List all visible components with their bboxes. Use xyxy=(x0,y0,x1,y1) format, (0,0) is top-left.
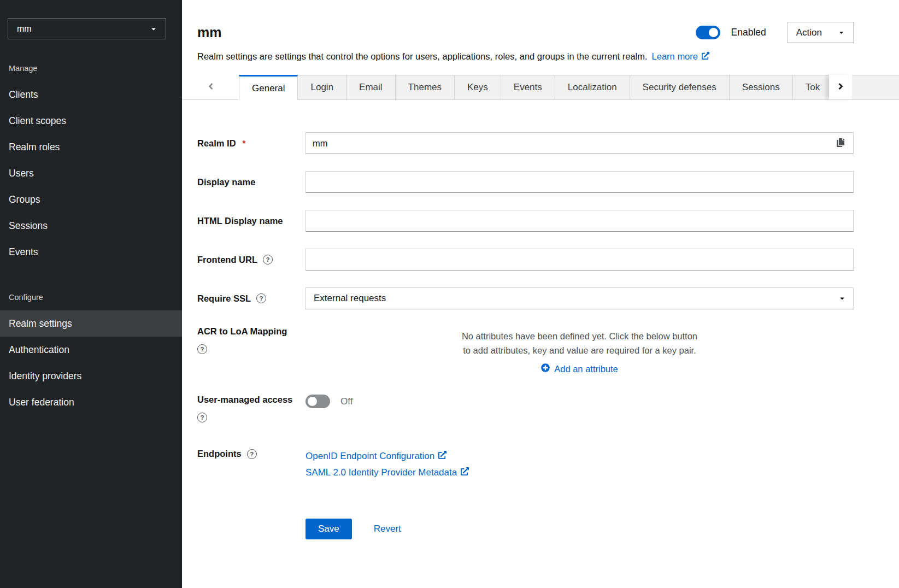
sidebar: mm Manage Clients Client scopes Realm ro… xyxy=(0,0,182,588)
user-managed-access-row: User-managed access ? Off xyxy=(197,395,854,422)
tab-general[interactable]: General xyxy=(239,75,298,100)
acr-loa-mapping-row: ACR to LoA Mapping ? No attributes have … xyxy=(197,326,854,375)
external-link-icon xyxy=(461,465,469,480)
help-icon[interactable]: ? xyxy=(197,413,207,422)
main-content: mm Enabled Action Realm settings are set… xyxy=(182,0,899,588)
sidebar-item-sessions[interactable]: Sessions xyxy=(0,213,182,239)
frontend-url-label: Frontend URL ? xyxy=(197,255,305,265)
sidebar-item-identity-providers[interactable]: Identity providers xyxy=(0,363,182,389)
sidebar-item-client-scopes[interactable]: Client scopes xyxy=(0,108,182,134)
save-button[interactable]: Save xyxy=(305,519,352,539)
sidebar-item-users[interactable]: Users xyxy=(0,160,182,186)
html-display-name-label: HTML Display name xyxy=(197,216,305,226)
html-display-name-input[interactable] xyxy=(305,210,854,232)
realm-selector-value: mm xyxy=(17,24,32,34)
action-dropdown[interactable]: Action xyxy=(787,22,854,43)
copy-icon xyxy=(836,138,845,149)
acr-empty-text: No attributes have been defined yet. Cli… xyxy=(462,330,698,357)
tab-login[interactable]: Login xyxy=(298,75,346,100)
display-name-input[interactable] xyxy=(305,171,854,193)
sidebar-item-realm-roles[interactable]: Realm roles xyxy=(0,134,182,160)
toggle-knob xyxy=(709,28,718,37)
general-settings-form: Realm ID* Display name HTML Display name xyxy=(197,132,854,539)
chevron-right-icon xyxy=(838,81,844,93)
page-title: mm xyxy=(197,25,696,40)
display-name-row: Display name xyxy=(197,171,854,193)
sidebar-item-realm-settings[interactable]: Realm settings xyxy=(0,310,182,337)
tab-sessions[interactable]: Sessions xyxy=(730,75,793,100)
enabled-label: Enabled xyxy=(731,27,766,38)
tabs-scroll-left-button[interactable] xyxy=(182,75,239,100)
require-ssl-select[interactable]: External requests xyxy=(305,287,854,309)
saml-identity-provider-metadata-label: SAML 2.0 Identity Provider Metadata xyxy=(305,465,457,480)
external-link-icon xyxy=(438,449,446,464)
chevron-left-icon xyxy=(208,81,214,93)
endpoints-label: Endpoints ? xyxy=(197,449,305,459)
display-name-label: Display name xyxy=(197,177,305,187)
tabs-scroll-right-button[interactable] xyxy=(829,75,852,100)
copy-button[interactable] xyxy=(828,133,853,154)
tabs: General Login Email Themes Keys Events L… xyxy=(239,75,899,100)
nav-section-manage: Manage xyxy=(0,39,182,81)
required-asterisk: * xyxy=(243,138,246,148)
add-attribute-label: Add an attribute xyxy=(554,364,618,374)
toggle-knob xyxy=(308,397,317,406)
require-ssl-value: External requests xyxy=(314,293,386,304)
help-icon[interactable]: ? xyxy=(256,293,266,303)
realm-selector[interactable]: mm xyxy=(8,18,166,39)
realm-id-label: Realm ID* xyxy=(197,138,305,149)
frontend-url-row: Frontend URL ? xyxy=(197,249,854,271)
openid-endpoint-configuration-label: OpenID Endpoint Configuration xyxy=(305,449,434,464)
chevron-down-icon xyxy=(839,295,845,302)
page-description: Realm settings are settings that control… xyxy=(197,51,648,61)
help-icon[interactable]: ? xyxy=(263,255,273,264)
action-dropdown-label: Action xyxy=(796,27,822,38)
help-icon[interactable]: ? xyxy=(197,344,207,354)
add-attribute-button[interactable]: Add an attribute xyxy=(305,363,854,375)
user-managed-access-state: Off xyxy=(340,396,352,407)
sidebar-item-events[interactable]: Events xyxy=(0,239,182,265)
html-display-name-row: HTML Display name xyxy=(197,210,854,232)
sidebar-item-user-federation[interactable]: User federation xyxy=(0,389,182,415)
help-icon[interactable]: ? xyxy=(247,449,257,459)
require-ssl-row: Require SSL ? External requests xyxy=(197,287,854,309)
user-managed-access-label: User-managed access ? xyxy=(197,395,305,422)
realm-enabled-toggle[interactable] xyxy=(696,26,720,39)
endpoints-row: Endpoints ? OpenID Endpoint Configuratio… xyxy=(197,449,854,480)
learn-more-label: Learn more xyxy=(652,51,698,62)
require-ssl-label: Require SSL ? xyxy=(197,293,305,304)
saml-identity-provider-metadata-link[interactable]: SAML 2.0 Identity Provider Metadata xyxy=(305,465,854,480)
acr-loa-mapping-label: ACR to LoA Mapping ? xyxy=(197,326,305,354)
realm-id-input[interactable] xyxy=(305,132,854,154)
revert-button[interactable]: Revert xyxy=(374,524,401,534)
sidebar-item-clients[interactable]: Clients xyxy=(0,81,182,108)
user-managed-access-toggle[interactable] xyxy=(305,395,330,408)
tab-email[interactable]: Email xyxy=(346,75,396,100)
sidebar-item-authentication[interactable]: Authentication xyxy=(0,337,182,363)
learn-more-link[interactable]: Learn more xyxy=(652,51,709,62)
tab-localization[interactable]: Localization xyxy=(555,75,630,100)
tab-strip: General Login Email Themes Keys Events L… xyxy=(182,75,899,100)
openid-endpoint-configuration-link[interactable]: OpenID Endpoint Configuration xyxy=(305,449,854,464)
tab-security-defenses[interactable]: Security defenses xyxy=(630,75,730,100)
form-actions: Save Revert xyxy=(197,519,854,539)
external-link-icon xyxy=(702,51,709,62)
tab-keys[interactable]: Keys xyxy=(455,75,501,100)
tab-themes[interactable]: Themes xyxy=(396,75,455,100)
configure-nav: Realm settings Authentication Identity p… xyxy=(0,310,182,415)
page-header: mm Enabled Action Realm settings are set… xyxy=(182,0,899,62)
acr-loa-mapping-empty-state: No attributes have been defined yet. Cli… xyxy=(305,326,854,375)
sidebar-item-groups[interactable]: Groups xyxy=(0,186,182,213)
frontend-url-input[interactable] xyxy=(305,249,854,271)
nav-section-configure: Configure xyxy=(0,265,182,310)
tab-events[interactable]: Events xyxy=(501,75,555,100)
chevron-down-icon xyxy=(150,26,157,32)
plus-circle-icon xyxy=(541,363,550,374)
manage-nav: Clients Client scopes Realm roles Users … xyxy=(0,81,182,265)
realm-id-row: Realm ID* xyxy=(197,132,854,154)
chevron-down-icon xyxy=(838,30,844,36)
